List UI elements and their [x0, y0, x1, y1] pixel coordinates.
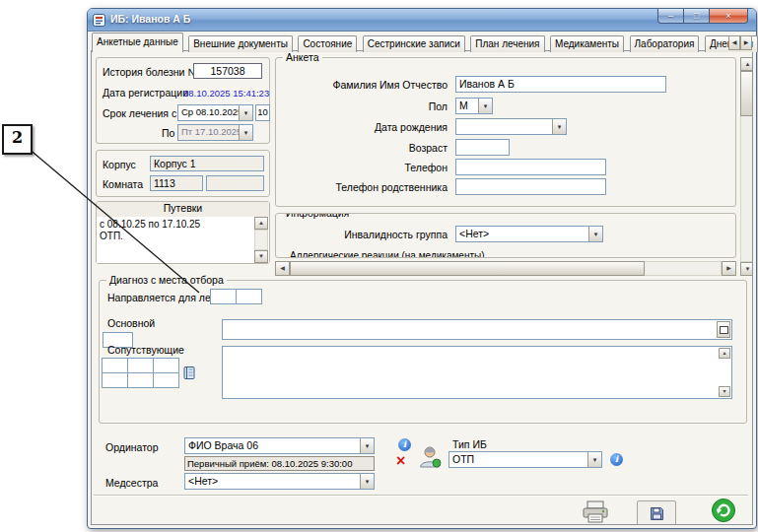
- relative-phone-field[interactable]: [455, 178, 606, 195]
- nurse-select[interactable]: <Нет> ▾: [184, 473, 375, 490]
- registration-date-label: Дата регистрации: [103, 87, 188, 99]
- term-to-date-picker[interactable]: Пт 17.10.2025 ▾: [177, 124, 253, 141]
- history-number-label: История болезни №: [103, 66, 199, 78]
- dropdown-icon[interactable]: ▾: [360, 438, 374, 453]
- toolbar-separator: [94, 495, 748, 497]
- dropdown-icon[interactable]: ▾: [552, 119, 566, 134]
- gender-select[interactable]: М ▾: [455, 98, 493, 114]
- textarea-scroll-up-icon[interactable]: ▴: [719, 348, 730, 359]
- building-field[interactable]: Корпус 1: [150, 156, 264, 171]
- tab-scroll-right-icon[interactable]: ▶: [740, 35, 752, 50]
- nurse-label: Медсестра: [105, 477, 158, 489]
- relative-phone-label: Телефон родственника: [335, 181, 448, 193]
- vouchers-list[interactable]: с 08.10.25 по 17.10.25 ОТП. ▲ ▼: [97, 217, 269, 263]
- textarea-scroll-down-icon[interactable]: ▾: [719, 386, 730, 397]
- hscroll-right-icon[interactable]: ▶: [722, 261, 736, 276]
- refresh-button[interactable]: [709, 496, 738, 525]
- concomitant-cell[interactable]: [153, 358, 179, 373]
- referral-code-cell-1[interactable]: [210, 289, 237, 304]
- term-from-date-picker[interactable]: Ср 08.10.2025 ▾: [177, 104, 253, 121]
- disability-select[interactable]: <Нет> ▾: [455, 226, 603, 242]
- information-group-title: Информация: [283, 213, 352, 219]
- diagnosis-group-title: Диагноз с места отбора: [106, 274, 227, 286]
- printer-icon: [581, 500, 610, 524]
- dropdown-icon[interactable]: ▾: [478, 99, 492, 113]
- allergy-label: Аллергические реакции (на медикаменты): [290, 250, 485, 258]
- reference-book-icon[interactable]: [182, 366, 196, 380]
- tab-sostoyanie[interactable]: Состояние: [298, 35, 357, 52]
- room-extra-field[interactable]: [206, 175, 264, 191]
- age-field[interactable]: [455, 139, 510, 156]
- age-label: Возраст: [409, 142, 448, 154]
- phone-field[interactable]: [455, 159, 606, 175]
- birthdate-picker[interactable]: ▾: [455, 118, 567, 135]
- tab-laboratoriya[interactable]: Лаборатория: [630, 35, 700, 52]
- tab-vneshnie-dokumenty[interactable]: Внешние документы: [188, 35, 293, 52]
- disability-label: Инвалидность группа: [344, 229, 448, 240]
- main-diagnosis-picker-button[interactable]: [717, 321, 730, 338]
- doctor-avatar-icon: [417, 443, 443, 469]
- information-group: Информация Инвалидность группа <Нет> ▾ А…: [275, 213, 736, 258]
- tab-sestrinskie-zapisi[interactable]: Сестринские записи: [363, 35, 465, 52]
- concomitant-cell[interactable]: [127, 372, 154, 388]
- referral-code-cell-2[interactable]: [236, 289, 262, 304]
- ordinator-info-icon[interactable]: i: [398, 438, 411, 451]
- dropdown-icon[interactable]: ▾: [239, 125, 252, 140]
- app-icon[interactable]: [93, 13, 105, 26]
- gender-label: Пол: [429, 100, 448, 112]
- main-diagnosis-label: Основной: [107, 317, 155, 329]
- window-title: ИБ: Иванов А Б: [110, 13, 190, 25]
- anketa-group-title: Анкета: [283, 51, 322, 63]
- dropdown-icon[interactable]: ▾: [360, 474, 374, 489]
- vscroll-up-icon[interactable]: ▲: [740, 57, 753, 71]
- phone-label: Телефон: [404, 162, 448, 173]
- history-number-field[interactable]: 157038: [193, 63, 262, 79]
- concomitant-cell[interactable]: [102, 372, 128, 388]
- window-titlebar[interactable]: ИБ: Иванов А Б – □ ×: [88, 9, 756, 32]
- hscroll-thumb[interactable]: [290, 261, 645, 276]
- tab-plan-lecheniya[interactable]: План лечения: [470, 35, 544, 52]
- vscroll-down-icon[interactable]: ▼: [740, 262, 753, 276]
- scroll-up-icon[interactable]: ▲: [254, 217, 268, 230]
- tab-medikamenty[interactable]: Медикаменты: [550, 35, 624, 52]
- ordinator-select[interactable]: ФИО Врача 06 ▾: [184, 437, 375, 454]
- room-field[interactable]: 1113: [150, 175, 203, 191]
- concomitant-cell[interactable]: [127, 358, 154, 373]
- vouchers-scrollbar-track[interactable]: [254, 230, 268, 250]
- location-group: Корпус Корпус 1 Комната 1113: [96, 150, 270, 197]
- main-diagnosis-field[interactable]: [222, 319, 732, 340]
- save-button[interactable]: [637, 500, 676, 525]
- ib-type-select[interactable]: ОТП ▾: [448, 451, 602, 468]
- history-group: История болезни № 157038 Дата регистраци…: [96, 57, 270, 144]
- minimize-icon[interactable]: –: [657, 9, 684, 24]
- dropdown-icon[interactable]: ▾: [587, 452, 601, 467]
- close-icon[interactable]: ×: [709, 9, 748, 24]
- maximize-icon[interactable]: □: [683, 9, 710, 24]
- vouchers-group: Путевки с 08.10.25 по 17.10.25 ОТП. ▲ ▼: [96, 201, 270, 264]
- fio-label: Фамилия Имя Отчество: [332, 79, 448, 91]
- concomitant-label: Сопутствующие: [107, 344, 184, 356]
- dropdown-icon[interactable]: ▾: [239, 105, 252, 120]
- room-label: Комната: [103, 178, 143, 190]
- scroll-down-icon[interactable]: ▼: [254, 250, 268, 263]
- vscroll-thumb[interactable]: [740, 71, 753, 116]
- print-button[interactable]: [573, 499, 618, 525]
- concomitant-cell[interactable]: [102, 358, 128, 373]
- fio-field[interactable]: Иванов А Б: [455, 76, 666, 93]
- tab-scroll-left-icon[interactable]: ◀: [728, 35, 740, 50]
- ib-type-info-icon[interactable]: i: [610, 453, 623, 466]
- term-days-field[interactable]: 10: [255, 104, 270, 121]
- app-window: ИБ: Иванов А Б – □ × Анкетные данные Вне…: [87, 8, 757, 529]
- floppy-icon: [650, 506, 664, 521]
- birthdate-label: Дата рождения: [375, 121, 448, 133]
- tab-anketnye-dannye[interactable]: Анкетные данные: [92, 33, 183, 52]
- building-label: Корпус: [103, 159, 136, 170]
- concomitant-cell[interactable]: [153, 372, 179, 388]
- remove-ordinator-icon[interactable]: ×: [396, 453, 405, 468]
- dropdown-icon[interactable]: ▾: [588, 227, 602, 241]
- voucher-line-2: ОТП.: [100, 231, 123, 241]
- ib-type-label: Тип ИБ: [452, 438, 487, 450]
- concomitant-textarea[interactable]: ▴ ▾: [222, 346, 732, 399]
- hscroll-left-icon[interactable]: ◀: [275, 261, 290, 276]
- term-from-label: Срок лечения с: [103, 107, 176, 119]
